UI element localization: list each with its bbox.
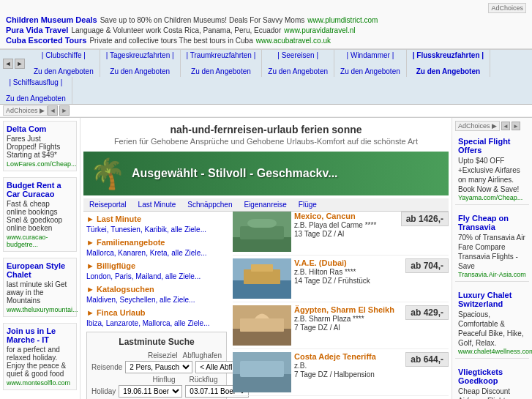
tab-clubschiffe-angebote[interactable]: Zu den Angeboten xyxy=(34,67,94,75)
tab-flusskreuzfahrten-angebote[interactable]: Zu den Angeboten xyxy=(413,67,484,75)
top-ad-1-text: Save up to 80% on Children Museums! Deal… xyxy=(100,16,305,24)
tab-seereisen-angebote[interactable]: Zu den Angeboten xyxy=(268,67,328,75)
tab-tageskreuzfahrten-link[interactable]: | Tageskreuzfahrten | xyxy=(106,51,174,59)
adchoices-arrow-left[interactable]: ◄ xyxy=(48,105,58,116)
sidebar-ad-marche-title[interactable]: Join us in Le Marche - IT xyxy=(7,327,73,344)
top-ad-3-url[interactable]: www.acubatravel.co.uk xyxy=(256,37,331,45)
right-adchoices-arrow-right[interactable]: ► xyxy=(512,122,520,130)
tab-tageskreuzfahrten-angebote[interactable]: Zu den Angeboten xyxy=(106,67,174,75)
hotel-img-4 xyxy=(233,352,291,392)
link-section-billigfluge: ► Billigflüge London, Paris, Mailand, al… xyxy=(86,261,227,280)
right-sidebar: AdChoices ▶ ◄ ► Special Flight Offers Up… xyxy=(452,118,532,399)
top-ad-2-url[interactable]: www.puravidatravel.nl xyxy=(284,26,355,34)
tab-schiffsausflug-angebote[interactable]: Zu den Angeboten xyxy=(6,94,66,102)
hotel-item-3: Ägypten, Sharm El Sheikh z.B. Sharm Plaz… xyxy=(233,305,449,349)
right-ad-1-title[interactable]: Special Flight Offers xyxy=(458,137,526,154)
link-lastminute-title[interactable]: ► Last Minute xyxy=(86,215,227,223)
right-ad-fly-cheap: Fly Cheap on Transavia 70% of Transavia … xyxy=(455,211,529,282)
sidebar-ad-budget-url[interactable]: www.curacao-budgetre... xyxy=(7,234,73,248)
tab-seereisen-link[interactable]: | Seereisen | xyxy=(268,51,328,59)
adchoices-nav: AdChoices ▶ ◄ ► xyxy=(0,105,532,117)
adchoices-top[interactable]: AdChoices xyxy=(488,3,526,13)
sidebar-ad-budget: Budget Rent a Car Curacao Fast & cheap o… xyxy=(3,177,77,252)
hotel-name-2[interactable]: V.A.E. (Dubai) xyxy=(294,258,400,267)
link-section-katalog: ► Katalogsuchen Maldiven, Seychellen, al… xyxy=(86,285,227,304)
link-katalog-title[interactable]: ► Katalogsuchen xyxy=(86,285,227,294)
hotel-name-3[interactable]: Ägypten, Sharm El Sheikh xyxy=(294,305,400,314)
tab-windammer-link[interactable]: | Windammer | xyxy=(340,51,400,59)
hotel-detail-4: z.B. xyxy=(294,362,400,370)
tab-traumkreuzfahrten-link[interactable]: | Traumkreuzfahrten | xyxy=(187,51,256,59)
right-ad-1-url[interactable]: Yayama.com/Cheap... xyxy=(458,194,526,201)
svg-rect-10 xyxy=(251,264,273,272)
adchoices-arrow-right[interactable]: ► xyxy=(59,105,70,116)
right-adchoices-label[interactable]: AdChoices ▶ xyxy=(455,121,500,131)
top-ad-1-url[interactable]: www.plumdistrict.com xyxy=(307,16,378,24)
hotel-nights-4: 7 Tage DZ / Halbpension xyxy=(294,370,400,379)
tab-clubschiffe[interactable]: | Clubschiffe | Zu den Angeboten xyxy=(28,50,100,77)
sidebar-ad-delta-title[interactable]: Delta Com xyxy=(7,124,73,133)
sidebar-ad-marche-url[interactable]: www.montesolflo.com xyxy=(7,379,73,387)
adchoices-nav-label[interactable]: AdChoices ▶ xyxy=(3,105,48,116)
hotel-price-1: ab 1426,- xyxy=(401,212,449,226)
tab-schiffsausflug[interactable]: | Schiffsausflug | Zu den Angeboten xyxy=(0,77,72,104)
sidebar-ad-budget-title[interactable]: Budget Rent a Car Curacao xyxy=(7,181,73,198)
sidebar-ad-chalet-title[interactable]: European Style Chalet xyxy=(7,261,73,279)
tab-schiffsausflug-link[interactable]: | Schiffsausflug | xyxy=(6,78,66,86)
right-ad-2-title[interactable]: Fly Cheap on Transavia xyxy=(458,214,526,231)
link-finca-title[interactable]: ► Finca Urlaub xyxy=(86,308,227,317)
svg-rect-6 xyxy=(247,219,277,228)
top-ad-2-text: Language & Volunteer work Costa Rica, Pa… xyxy=(71,26,281,34)
hotel-nights-1: 13 Tage DZ / Al xyxy=(294,230,395,238)
right-ad-3-url[interactable]: www.chalet4wellness.com xyxy=(458,348,526,355)
link-finca-item: Ibiza, Lanzarote, Mallorca, alle Ziele..… xyxy=(86,319,227,327)
main-layout: Delta Com Fares Just Dropped! Flights St… xyxy=(0,118,532,399)
hotel-name-4[interactable]: Costa Adeje Teneriffa xyxy=(294,352,400,361)
hotel-name-1[interactable]: Mexico, Cancun xyxy=(294,212,395,220)
right-adchoices: AdChoices ▶ ◄ ► xyxy=(455,121,529,131)
adchoices-nav-arrows[interactable]: ◄ ► xyxy=(48,105,70,116)
right-ad-3-title[interactable]: Luxury Chalet Switzerland xyxy=(458,291,526,308)
hero-nav-schnappchen[interactable]: Schnäppchen xyxy=(184,200,235,209)
nav-arrow-left[interactable]: ◄ xyxy=(3,59,13,69)
top-ad-3-title[interactable]: Cuba Escorted Tours xyxy=(6,36,86,45)
hero-nav-fluge[interactable]: Flüge xyxy=(296,200,320,209)
content-left: ► Last Minute Türkei, Tunesien, Karibik,… xyxy=(83,212,230,399)
form-col-labels: Reiseziel Abflughafen xyxy=(91,351,222,359)
tab-flusskreuzfahrten-link[interactable]: | Flusskreuzfahrten | xyxy=(413,51,484,59)
hinflug-select[interactable]: 19.06.11 Boer xyxy=(119,385,182,398)
top-ad-1-title[interactable]: Children Museum Deals xyxy=(6,15,97,24)
link-familie-title[interactable]: ► Familienangebote xyxy=(86,238,227,247)
tab-traumkreuzfahrten[interactable]: | Traumkreuzfahrten | Zu den Angeboten xyxy=(181,50,263,77)
tab-windammer-angebote[interactable]: Zu den Angeboten xyxy=(340,67,400,75)
sidebar-ad-chalet-desc: last minute ski Get away in the Mountain… xyxy=(7,280,73,305)
hero-nav-lastminute[interactable]: Last Minute xyxy=(135,200,179,209)
nav-arrow-right[interactable]: ► xyxy=(15,59,25,69)
sidebar-ad-chalet-url[interactable]: www.theluxurymountai... xyxy=(7,306,73,313)
hero-nav-reiseportal[interactable]: Reiseportal xyxy=(86,200,130,209)
nav-arrows[interactable]: ◄ ► xyxy=(0,57,28,70)
hotel-info-2: V.A.E. (Dubai) z.B. Hilton Ras **** 14 T… xyxy=(294,258,400,299)
left-sidebar: Delta Com Fares Just Dropped! Flights St… xyxy=(0,118,80,399)
tab-tageskreuzfahrten[interactable]: | Tageskreuzfahrten | Zu den Angeboten xyxy=(100,50,181,77)
tab-seereisen[interactable]: | Seereisen | Zu den Angeboten xyxy=(262,50,334,77)
hero-nav-eigenanreise[interactable]: Eigenanreise xyxy=(241,200,289,209)
link-billigfluge-title[interactable]: ► Billigflüge xyxy=(86,261,227,270)
abflughafen-col-label: Abflughafen xyxy=(183,351,222,359)
tab-flusskreuzfahrten[interactable]: | Flusskreuzfahrten | Zu den Angeboten xyxy=(407,50,490,77)
right-ad-2-url[interactable]: Transavia.Air-Asia.com xyxy=(458,271,526,278)
right-ad-4-title[interactable]: Vliegtickets Goedkoop xyxy=(458,368,526,385)
right-adchoices-arrow-left[interactable]: ◄ xyxy=(501,122,510,130)
tab-clubschiffe-link[interactable]: | Clubschiffe | xyxy=(34,51,94,59)
sidebar-ad-marche: Join us in Le Marche - IT for a perfect … xyxy=(3,323,77,390)
top-ad-2-title[interactable]: Pura Vida Travel xyxy=(6,26,68,34)
tab-traumkreuzfahrten-angebote[interactable]: Zu den Angeboten xyxy=(187,67,256,75)
hero-nav: Reiseportal Last Minute Schnäppchen Eige… xyxy=(83,198,449,212)
form-row-holiday: Holiday 19.06.11 Boer 03.07.11 Boer xyxy=(91,385,222,398)
flight-col-labels: Hinflug Rückflug xyxy=(91,376,222,384)
palm-icon: 🌴 xyxy=(89,157,126,191)
tab-windammer[interactable]: | Windammer | Zu den Angeboten xyxy=(334,50,407,77)
holiday-label: Holiday xyxy=(91,387,116,395)
reisende-select[interactable]: 2 Pers, Pausch xyxy=(125,361,192,373)
sidebar-ad-delta-url[interactable]: LowFares.com/Cheap... xyxy=(7,160,73,168)
